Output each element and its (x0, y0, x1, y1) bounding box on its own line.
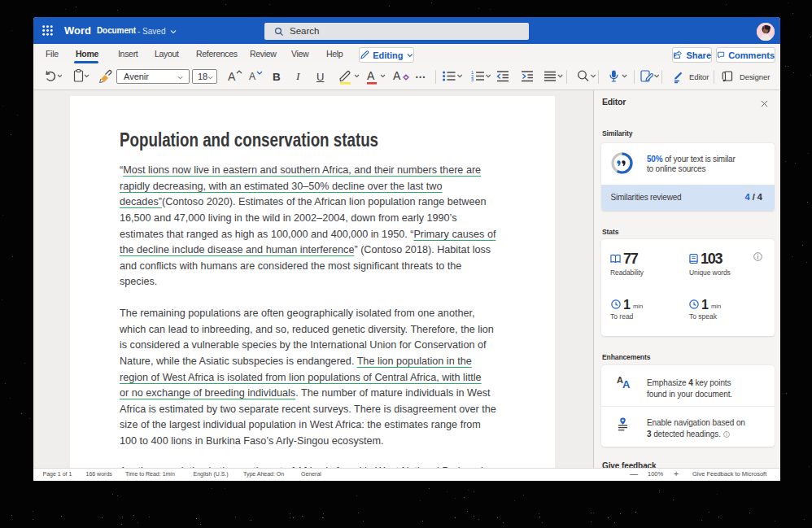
svg-text:3: 3 (471, 77, 474, 82)
svg-text:A: A (367, 69, 375, 82)
svg-text:A: A (393, 69, 401, 82)
